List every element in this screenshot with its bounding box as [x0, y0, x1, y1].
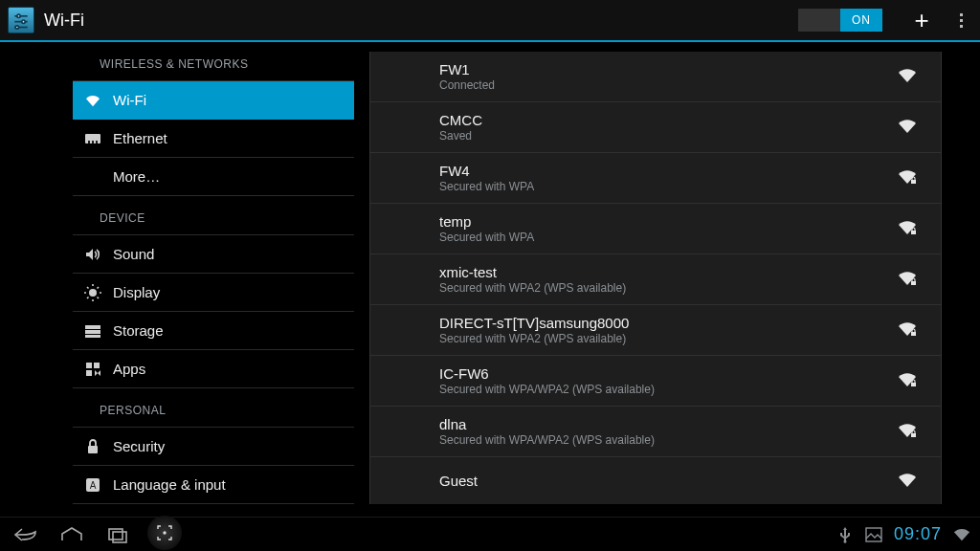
network-status: Connected [439, 78, 897, 92]
back-button[interactable] [10, 521, 42, 548]
network-status: Saved [439, 129, 897, 143]
network-status: Secured with WPA2 (WPS available) [439, 281, 897, 295]
home-button[interactable] [56, 521, 88, 548]
wifi-signal-secured-icon [897, 372, 920, 389]
lang-icon: A [82, 477, 103, 493]
network-item[interactable]: IC-FW6Secured with WPA/WPA2 (WPS availab… [370, 356, 941, 407]
picture-icon [865, 526, 882, 543]
switch-on-label: ON [840, 9, 882, 32]
svg-rect-34 [109, 529, 122, 540]
wifi-signal-secured-icon [897, 321, 920, 339]
network-status: Secured with WPA [439, 180, 897, 193]
network-status: Secured with WPA/WPA2 (WPS available) [439, 383, 897, 396]
network-status: Secured with WPA2 (WPS available) [439, 332, 897, 345]
sidebar-section-header: PERSONAL [73, 388, 354, 428]
lock-icon [82, 439, 103, 454]
network-item[interactable]: FW1Connected [370, 52, 941, 102]
display-icon [82, 284, 103, 301]
sidebar-item-language-input[interactable]: ALanguage & input [73, 466, 354, 504]
svg-rect-23 [94, 363, 100, 368]
svg-rect-30 [911, 281, 916, 285]
screenshot-button[interactable] [147, 516, 182, 550]
svg-rect-31 [911, 332, 916, 336]
svg-point-1 [17, 14, 20, 17]
wifi-signal-icon [897, 119, 920, 136]
wifi-toggle-switch[interactable]: ON [798, 9, 882, 32]
svg-rect-37 [866, 528, 881, 541]
sidebar-item-label: Storage [113, 322, 164, 339]
sidebar-item-label: Display [113, 284, 160, 300]
svg-rect-25 [88, 446, 98, 453]
svg-rect-20 [85, 330, 100, 334]
svg-rect-8 [92, 141, 94, 143]
wifi-signal-secured-icon [897, 169, 920, 187]
sidebar-item-backup-reset[interactable]: Backup & reset [73, 504, 354, 517]
network-item[interactable]: xmic-testSecured with WPA2 (WPS availabl… [370, 254, 941, 305]
svg-rect-21 [85, 335, 100, 338]
svg-rect-22 [86, 363, 92, 368]
sidebar-section-header: WIRELESS & NETWORKS [73, 42, 354, 81]
overflow-menu-button[interactable] [951, 13, 970, 28]
sidebar-section-header: DEVICE [73, 196, 354, 235]
network-ssid: IC-FW6 [439, 365, 897, 382]
svg-line-16 [98, 297, 100, 298]
sidebar-item-security[interactable]: Security [73, 428, 354, 466]
network-item[interactable]: DIRECT-sT[TV]samsung8000Secured with WPA… [370, 305, 941, 356]
wifi-signal-secured-icon [897, 423, 920, 440]
svg-rect-35 [113, 532, 126, 542]
sidebar-item-label: Apps [113, 361, 145, 377]
wifi-signal-secured-icon [897, 220, 920, 237]
network-ssid: temp [439, 213, 897, 230]
settings-app-icon [8, 7, 34, 33]
svg-text:A: A [90, 480, 97, 491]
network-ssid: dlna [439, 416, 897, 432]
network-status: Secured with WPA/WPA2 (WPS available) [439, 433, 897, 447]
settings-sidebar: WIRELESS & NETWORKSWi-FiEthernetMore…DEV… [0, 42, 354, 517]
network-ssid: FW1 [439, 61, 897, 77]
storage-icon [82, 324, 103, 338]
page-title: Wi-Fi [44, 11, 84, 31]
sidebar-item-display[interactable]: Display [73, 274, 354, 312]
svg-rect-32 [911, 383, 916, 386]
svg-rect-19 [85, 325, 100, 329]
network-item[interactable]: FW4Secured with WPA [370, 153, 941, 204]
network-ssid: DIRECT-sT[TV]samsung8000 [439, 315, 897, 331]
svg-rect-28 [911, 180, 916, 184]
sidebar-item-label: Language & input [113, 476, 226, 493]
svg-point-36 [164, 532, 166, 534]
svg-rect-29 [911, 231, 916, 234]
svg-point-3 [22, 20, 25, 23]
network-ssid: FW4 [439, 163, 897, 179]
network-item[interactable]: tempSecured with WPA [370, 204, 941, 254]
sidebar-item-label: Security [113, 438, 165, 454]
sidebar-item-wi-fi[interactable]: Wi-Fi [73, 81, 354, 120]
sidebar-item-more[interactable]: More… [73, 158, 354, 196]
sidebar-item-ethernet[interactable]: Ethernet [73, 120, 354, 158]
sidebar-item-apps[interactable]: Apps [73, 350, 354, 388]
svg-line-15 [87, 287, 89, 289]
status-clock: 09:07 [894, 524, 942, 544]
sidebar-item-sound[interactable]: Sound [73, 235, 354, 274]
network-item[interactable]: Guest [370, 457, 941, 504]
recent-apps-button[interactable] [101, 521, 134, 548]
svg-rect-24 [86, 370, 92, 376]
sidebar-item-label: Ethernet [113, 130, 167, 146]
svg-line-18 [98, 287, 100, 289]
sound-icon [82, 248, 103, 261]
system-nav-bar: 09:07 [0, 517, 980, 551]
add-network-button[interactable]: + [905, 6, 938, 35]
sidebar-item-label: More… [113, 168, 160, 185]
wifi-icon [82, 94, 103, 107]
network-item[interactable]: dlnaSecured with WPA/WPA2 (WPS available… [370, 407, 941, 457]
sidebar-item-storage[interactable]: Storage [73, 312, 354, 350]
svg-rect-9 [96, 141, 98, 143]
svg-rect-7 [88, 141, 90, 143]
network-list-pane: FW1ConnectedCMCCSavedFW4Secured with WPA… [354, 42, 980, 517]
network-ssid: xmic-test [439, 264, 897, 280]
sidebar-item-label: Sound [113, 246, 154, 262]
network-item[interactable]: CMCCSaved [370, 102, 941, 153]
wifi-signal-icon [897, 68, 920, 85]
network-ssid: CMCC [439, 112, 897, 128]
network-status: Secured with WPA [439, 231, 897, 244]
svg-rect-33 [911, 433, 916, 437]
